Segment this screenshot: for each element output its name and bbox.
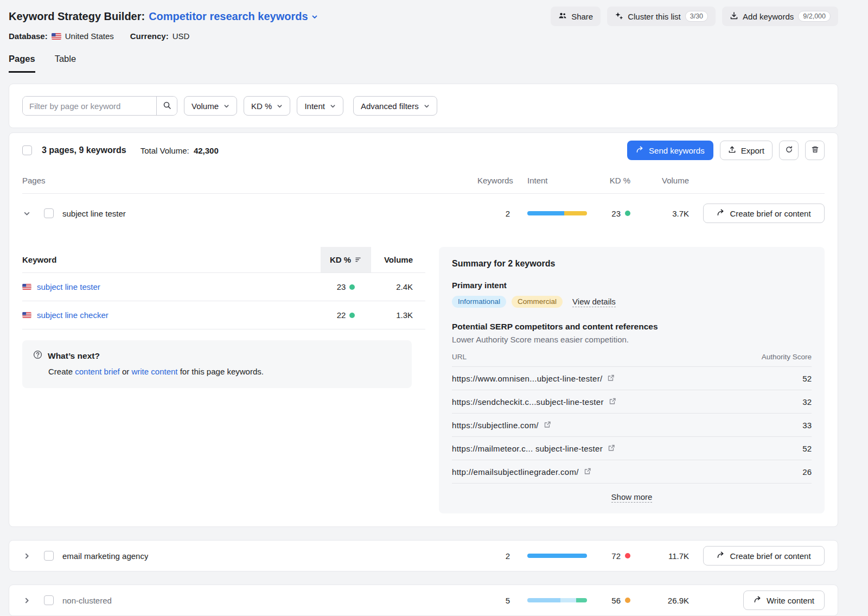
write-content-link[interactable]: write content bbox=[131, 367, 177, 376]
competitor-url: https://mailmeteor.c... subject-line-tes… bbox=[452, 444, 603, 453]
keyword-table-panel: Keyword KD % Volume subject line tester bbox=[22, 247, 425, 388]
expand-row-chevron[interactable] bbox=[22, 553, 31, 560]
currency-value: USD bbox=[173, 31, 190, 41]
keywords-count: 2 bbox=[477, 209, 510, 218]
send-keywords-label: Send keywords bbox=[649, 146, 705, 155]
refresh-button[interactable] bbox=[779, 141, 799, 160]
authority-score: 52 bbox=[802, 444, 812, 453]
kd-status-dot bbox=[349, 284, 355, 290]
chevron-down-icon bbox=[311, 10, 318, 23]
volume-value: 26.9K bbox=[636, 596, 689, 605]
create-brief-button[interactable]: Create brief or content bbox=[703, 204, 825, 223]
list-name-dropdown[interactable]: Competitor research keywords bbox=[149, 10, 317, 23]
write-content-button[interactable]: Write content bbox=[743, 590, 825, 610]
whats-next-text: Create content brief or write content fo… bbox=[48, 367, 401, 376]
refresh-icon bbox=[785, 145, 793, 155]
keyword-link[interactable]: subject line tester bbox=[37, 282, 100, 291]
view-details-link[interactable]: View details bbox=[572, 297, 616, 307]
add-keywords-button[interactable]: Add keywords 9/2,000 bbox=[722, 7, 838, 26]
share-button[interactable]: Share bbox=[551, 7, 601, 26]
competitor-url-link[interactable]: https://www.omnisen...ubject-line-tester… bbox=[452, 374, 615, 383]
intent-filter-dropdown[interactable]: Intent bbox=[297, 96, 343, 116]
keywords-count: 2 bbox=[477, 551, 510, 561]
meta-row: Database: United States Currency: USD bbox=[9, 31, 838, 41]
export-button[interactable]: Export bbox=[720, 141, 773, 160]
page-row-card-non-clustered: non-clustered 5 56 26.9K Write content bbox=[9, 585, 838, 616]
search-button[interactable] bbox=[156, 97, 177, 115]
volume-filter-dropdown[interactable]: Volume bbox=[184, 96, 237, 116]
row-checkbox[interactable] bbox=[44, 595, 54, 605]
page-row-card-email-marketing-agency: email marketing agency 2 72 11.7K Create… bbox=[9, 540, 838, 571]
competitor-row: https://sendcheckit.c...subject-line-tes… bbox=[452, 390, 812, 414]
volume-value: 1.3K bbox=[371, 310, 425, 320]
expand-row-chevron[interactable] bbox=[22, 597, 31, 604]
add-keywords-label: Add keywords bbox=[743, 12, 794, 21]
competitor-url-link[interactable]: https://sendcheckit.c...subject-line-tes… bbox=[452, 397, 616, 407]
competitor-url: http://emailsubjectlinegrader.com/ bbox=[452, 467, 579, 477]
page-name: email marketing agency bbox=[62, 551, 148, 561]
filter-bar: Volume KD % Intent Advanced filters bbox=[9, 84, 838, 128]
page-name: subject line tester bbox=[62, 209, 126, 218]
toolbar-actions: Send keywords Export bbox=[627, 141, 825, 160]
send-arrow-icon bbox=[717, 208, 725, 218]
column-kd-sort[interactable]: KD % bbox=[321, 247, 371, 272]
select-all-checkbox[interactable] bbox=[22, 145, 32, 155]
competitor-url-link[interactable]: https://subjectline.com/ bbox=[452, 421, 551, 430]
send-arrow-icon bbox=[717, 551, 725, 561]
advanced-filters-label: Advanced filters bbox=[361, 101, 419, 111]
total-volume-label: Total Volume: bbox=[141, 146, 189, 155]
summary-title: Summary for 2 keywords bbox=[452, 259, 812, 269]
primary-intent-label: Primary intent bbox=[452, 281, 812, 290]
table-header-row: Pages Keywords Intent KD % Volume bbox=[22, 168, 825, 194]
search-icon bbox=[163, 101, 171, 111]
database-value: United States bbox=[65, 31, 114, 41]
page-title: Keyword Strategy Builder: Competitor res… bbox=[9, 10, 318, 23]
competitor-url-link[interactable]: https://mailmeteor.c... subject-line-tes… bbox=[452, 444, 615, 453]
delete-button[interactable] bbox=[805, 141, 825, 160]
collapse-row-chevron[interactable] bbox=[22, 210, 31, 217]
sort-descending-icon bbox=[355, 255, 362, 264]
database-meta: Database: United States bbox=[9, 31, 114, 41]
pages-table-card: 3 pages, 9 keywords Total Volume: 42,300… bbox=[9, 132, 838, 527]
kd-status-dot bbox=[625, 598, 630, 603]
kd-filter-dropdown[interactable]: KD % bbox=[244, 96, 290, 116]
create-brief-button[interactable]: Create brief or content bbox=[703, 546, 825, 566]
search-input[interactable] bbox=[23, 97, 156, 115]
column-url: URL bbox=[452, 353, 467, 361]
send-keywords-button[interactable]: Send keywords bbox=[627, 141, 713, 160]
content-brief-link[interactable]: content brief bbox=[75, 367, 120, 376]
authority-table: URL Authority Score https://www.omnisen.… bbox=[452, 353, 812, 501]
send-arrow-icon bbox=[636, 145, 644, 155]
create-brief-label: Create brief or content bbox=[730, 551, 810, 561]
external-link-icon bbox=[609, 397, 616, 407]
cluster-list-button[interactable]: Cluster this list 3/30 bbox=[607, 7, 716, 26]
whats-next-title: What’s next? bbox=[48, 351, 100, 361]
intent-bar bbox=[527, 211, 587, 215]
page-name: non-clustered bbox=[62, 596, 112, 605]
column-pages: Pages bbox=[22, 176, 477, 185]
kd-status-dot bbox=[349, 313, 355, 318]
whats-next-prefix: Create bbox=[48, 367, 73, 376]
expanded-row-detail: Keyword KD % Volume subject line tester bbox=[22, 233, 825, 526]
show-more-link[interactable]: Show more bbox=[611, 492, 653, 503]
send-arrow-icon bbox=[754, 595, 762, 605]
search-group bbox=[22, 96, 177, 116]
tab-pages[interactable]: Pages bbox=[9, 54, 35, 73]
intent-filter-label: Intent bbox=[304, 101, 325, 111]
volume-filter-label: Volume bbox=[192, 101, 219, 111]
competitor-url-link[interactable]: http://emailsubjectlinegrader.com/ bbox=[452, 467, 591, 477]
column-keyword: Keyword bbox=[22, 247, 321, 272]
keyword-link[interactable]: subject line checker bbox=[37, 310, 108, 320]
row-checkbox[interactable] bbox=[44, 551, 54, 561]
intent-bar bbox=[527, 598, 587, 602]
list-name-label: Competitor research keywords bbox=[149, 10, 308, 23]
page-title-text: Keyword Strategy Builder: bbox=[9, 10, 145, 23]
competitor-url: https://subjectline.com/ bbox=[452, 421, 539, 430]
advanced-filters-dropdown[interactable]: Advanced filters bbox=[353, 96, 437, 116]
header-actions: Share Cluster this list 3/30 Add keyword… bbox=[551, 7, 838, 26]
tab-table[interactable]: Table bbox=[55, 54, 76, 73]
trash-icon bbox=[811, 145, 819, 155]
kd-status-dot bbox=[625, 211, 630, 216]
row-checkbox[interactable] bbox=[44, 208, 54, 218]
kd-value: 22 bbox=[337, 310, 346, 320]
